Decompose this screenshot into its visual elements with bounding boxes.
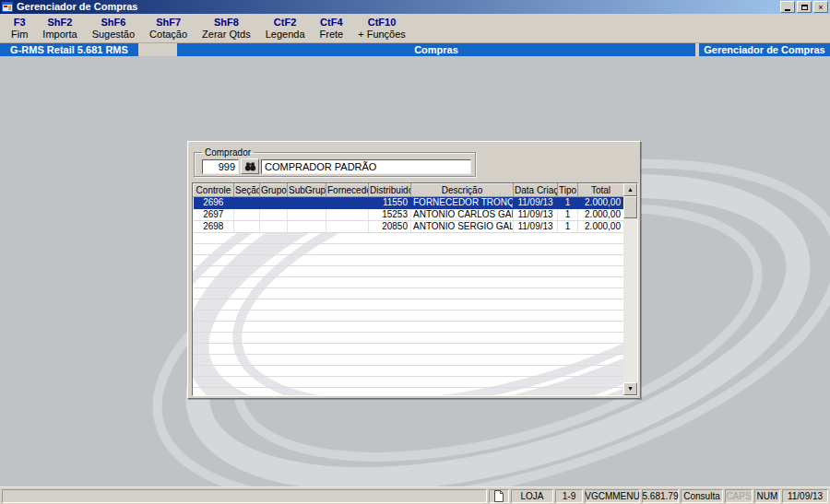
binoculars-search-button[interactable] (241, 158, 259, 174)
window-title: Gerenciador de Compras (17, 0, 777, 14)
status-store: LOJA (511, 489, 553, 503)
empty-row (194, 355, 624, 366)
app-window: Gerenciador de Compras × F3FimShF2Import… (0, 0, 830, 504)
header-app-version: G-RMS Retail 5.681 RMS (0, 43, 138, 56)
empty-row (194, 288, 624, 299)
comprador-groupbox: Comprador (194, 147, 476, 177)
comprador-label: Comprador (202, 147, 254, 158)
table-row[interactable]: 269820850ANTONIO SERGIO GALVAO11/09/1312… (194, 221, 624, 233)
toolbar-button-fun-es[interactable]: CtF10+ Funções (350, 14, 413, 42)
vertical-scrollbar[interactable]: ▲ ▼ (623, 183, 637, 395)
cell-se-o (234, 221, 260, 233)
toolbar-key: CtF2 (274, 17, 296, 29)
cell-subgrupo (288, 221, 326, 233)
empty-row (194, 322, 624, 333)
empty-row (194, 377, 624, 388)
cell-grupo (260, 221, 288, 233)
document-icon (494, 490, 504, 502)
status-bar: LOJA 1-9 VGCMMENU 5.681.79 Consulta CAPS… (0, 486, 830, 504)
column-header-distribuidor: Distribuidor (369, 184, 411, 197)
status-range: 1-9 (555, 489, 583, 503)
scrollbar-thumb[interactable] (623, 196, 637, 218)
cell-se-o (234, 209, 260, 221)
toolbar-button-importa[interactable]: ShF2Importa (35, 14, 84, 42)
status-version: 5.681.79 (642, 489, 679, 503)
toolbar-label: Frete (320, 29, 344, 41)
empty-row (194, 233, 624, 244)
column-header-descri-o: Descrição (411, 184, 514, 197)
scroll-up-button[interactable]: ▲ (623, 183, 637, 196)
toolbar-key: ShF7 (156, 17, 181, 29)
cell-descri-o: FORNECEDOR TRONQUINI (411, 197, 514, 209)
minimize-button[interactable] (780, 1, 795, 13)
cell-fornecedor (326, 197, 369, 209)
toolbar-button-legenda[interactable]: CtF2Legenda (258, 14, 313, 42)
header-gap (138, 43, 177, 56)
cell-fornecedor (326, 221, 369, 233)
toolbar-key: CtF10 (368, 17, 397, 29)
empty-row (194, 388, 624, 397)
binoculars-icon (244, 162, 256, 171)
column-header-subgrupo: SubGrupo (288, 184, 326, 197)
comprador-code-input[interactable] (202, 159, 239, 174)
toolbar-key: ShF2 (48, 17, 73, 29)
cell-grupo (260, 197, 288, 209)
main-area: Comprador Co (0, 56, 830, 486)
toolbar-button-zerar-qtds[interactable]: ShF8Zerar Qtds (195, 14, 258, 42)
toolbar-button-cota-o[interactable]: ShF7Cotação (142, 14, 195, 42)
cell-controle: 2697 (194, 209, 234, 221)
status-num-indicator: NUM (754, 489, 780, 503)
scroll-down-button[interactable]: ▼ (623, 382, 637, 395)
function-key-toolbar: F3FimShF2ImportaShF6SugestãoShF7CotaçãoS… (0, 14, 830, 43)
cell-descri-o: ANTONIO SERGIO GALVAO (411, 221, 514, 233)
status-date: 11/09/13 (782, 489, 828, 503)
empty-row (194, 255, 624, 266)
cell-total: 2.000,00 (578, 221, 624, 233)
empty-row (194, 344, 624, 355)
empty-row (194, 266, 624, 277)
column-header-data-cria-o: Data Criação (514, 184, 558, 197)
window-controls: × (780, 1, 828, 13)
compras-dialog: Comprador Co (187, 141, 641, 399)
cell-data-cria-o: 11/09/13 (514, 221, 558, 233)
toolbar-label: Cotação (149, 29, 187, 41)
cell-tipo: 1 (558, 209, 578, 221)
comprador-row (202, 158, 471, 174)
header-bar: G-RMS Retail 5.681 RMS Compras Gerenciad… (0, 43, 830, 56)
compras-grid: ControleSeçãoGrupoSubGrupoFornecedorDist… (192, 182, 638, 396)
column-header-fornecedor: Fornecedor (326, 184, 369, 197)
close-button[interactable]: × (813, 1, 828, 13)
close-icon: × (818, 3, 823, 12)
cell-total: 2.000,00 (578, 209, 624, 221)
app-icon (2, 2, 14, 13)
cell-tipo: 1 (558, 221, 578, 233)
cell-descri-o: ANTONIO CARLOS GALLEGO (411, 209, 514, 221)
toolbar-key: ShF8 (214, 17, 239, 29)
cell-data-cria-o: 11/09/13 (514, 209, 558, 221)
status-caps-indicator: CAPS (725, 489, 753, 503)
toolbar-button-frete[interactable]: CtF4Frete (313, 14, 351, 42)
column-header-grupo: Grupo (260, 184, 288, 197)
column-header-se-o: Seção (234, 184, 260, 197)
cell-tipo: 1 (558, 197, 578, 209)
cell-distribuidor: 20850 (369, 221, 411, 233)
header-screen-title: Gerenciador de Compras (699, 43, 830, 56)
cell-se-o (234, 197, 260, 209)
toolbar-button-sugest-o[interactable]: ShF6Sugestão (85, 14, 142, 42)
table-header-row: ControleSeçãoGrupoSubGrupoFornecedorDist… (194, 184, 624, 197)
purchases-table: ControleSeçãoGrupoSubGrupoFornecedorDist… (193, 183, 624, 396)
toolbar-label: Importa (42, 29, 77, 41)
status-message-panel (2, 489, 487, 503)
comprador-name-input[interactable] (261, 159, 471, 174)
cell-controle: 2696 (194, 197, 234, 209)
cell-fornecedor (326, 209, 369, 221)
table-row[interactable]: 269611550FORNECEDOR TRONQUINI11/09/1312.… (194, 197, 624, 209)
cell-subgrupo (288, 197, 326, 209)
toolbar-label: Legenda (266, 29, 305, 41)
toolbar-button-fim[interactable]: F3Fim (4, 14, 35, 42)
maximize-button[interactable] (797, 1, 812, 13)
cell-distribuidor: 11550 (369, 197, 411, 209)
table-row[interactable]: 269715253ANTONIO CARLOS GALLEGO11/09/131… (194, 209, 624, 221)
cell-controle: 2698 (194, 221, 234, 233)
cell-subgrupo (288, 209, 326, 221)
